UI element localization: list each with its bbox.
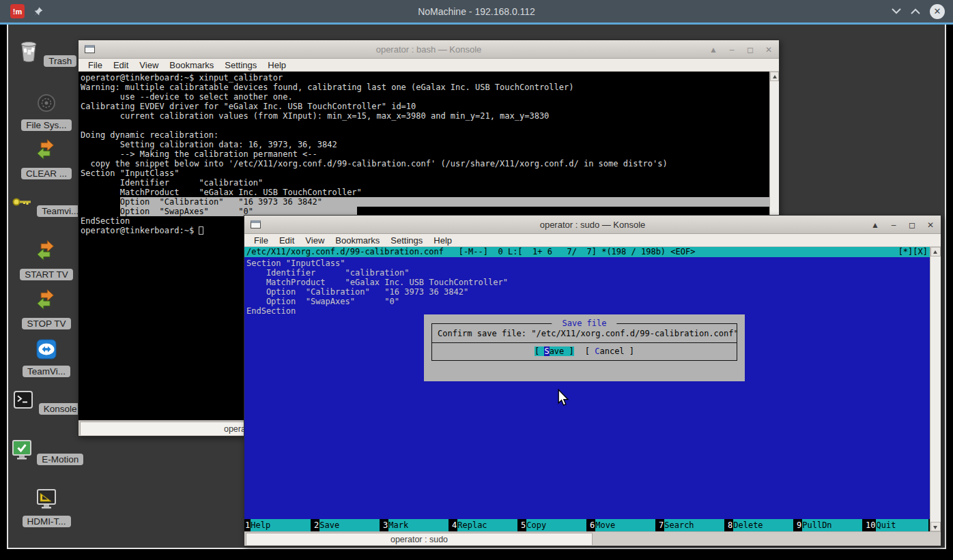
fkey-pulldn[interactable]: 9PullDn bbox=[796, 519, 862, 531]
function-key-bar: 1Help 2Save 3Mark 4Replac 5Copy 6Move 7S… bbox=[244, 519, 930, 531]
save-button[interactable]: [ Save ] bbox=[535, 347, 574, 356]
swap-arrows-icon bbox=[34, 139, 59, 164]
tab-operator-sudo[interactable]: operator : sudo bbox=[246, 533, 593, 545]
desktop-icon-label: Trash bbox=[44, 55, 76, 67]
chevron-up-icon[interactable] bbox=[911, 8, 920, 14]
keep-above-button[interactable]: ▲ bbox=[709, 45, 718, 55]
tabbar-sudo: operator : sudo bbox=[244, 531, 941, 545]
desktop-icon-filesystem[interactable]: File Sys... bbox=[9, 91, 84, 131]
desktop-icon-label: HDMI-T... bbox=[23, 516, 71, 527]
fkey-quit[interactable]: 10Quit bbox=[865, 519, 928, 531]
swap-arrows-icon bbox=[34, 289, 59, 314]
editor-line: Identifier "calibration" bbox=[244, 268, 930, 278]
chevron-down-icon[interactable] bbox=[892, 8, 901, 14]
close-button[interactable]: ✕ bbox=[764, 45, 773, 55]
key-icon bbox=[10, 190, 34, 214]
terminal-line: Doing dynamic recalibration: bbox=[81, 130, 769, 140]
terminal-cursor bbox=[199, 226, 203, 235]
fkey-save[interactable]: 2Save bbox=[313, 519, 380, 531]
menu-edit[interactable]: Edit bbox=[108, 60, 134, 70]
fkey-copy[interactable]: 5Copy bbox=[520, 519, 586, 531]
scroll-down-icon[interactable] bbox=[930, 522, 941, 531]
fkey-mark[interactable]: 3Mark bbox=[382, 519, 449, 531]
desktop-icon-trash[interactable]: Trash bbox=[9, 40, 84, 67]
menu-bookmarks[interactable]: Bookmarks bbox=[330, 235, 385, 246]
close-button[interactable]: ✕ bbox=[926, 220, 935, 230]
menu-help[interactable]: Help bbox=[428, 235, 457, 246]
menu-view[interactable]: View bbox=[134, 60, 164, 70]
nomachine-title: NoMachine - 192.168.0.112 bbox=[0, 6, 953, 17]
titlebar-sudo[interactable]: operator : sudo — Konsole ▲ – ◻ ✕ bbox=[244, 216, 941, 234]
teamviewer-icon bbox=[34, 337, 59, 362]
maximize-button[interactable]: ◻ bbox=[907, 220, 917, 230]
terminal-line: use --device to select another one. bbox=[81, 92, 769, 102]
konsole-icon bbox=[11, 387, 35, 412]
menubar-bash: File Edit View Bookmarks Settings Help bbox=[79, 59, 779, 72]
cancel-button[interactable]: [ Cancel ] bbox=[585, 347, 634, 356]
menu-settings[interactable]: Settings bbox=[385, 235, 428, 246]
close-session-icon[interactable]: ✕ bbox=[930, 4, 945, 19]
terminal-line-selected: Option "Calibration" "16 3973 36 3842" bbox=[81, 197, 769, 207]
desktop-icon-emotion[interactable]: E-Motion bbox=[9, 438, 84, 465]
desktop-icon-label: E-Motion bbox=[37, 454, 83, 465]
desktop-icon-konsole[interactable]: Konsole bbox=[9, 387, 84, 415]
terminal-line: --> Making the calibration permanent <-- bbox=[81, 149, 769, 159]
menubar-sudo: File Edit View Bookmarks Settings Help bbox=[244, 234, 941, 247]
save-file-dialog: Save file Confirm save file: "/etc/X11/x… bbox=[424, 314, 745, 381]
desktop-icon-teamviewer[interactable]: TeamVi... bbox=[9, 337, 84, 377]
fkey-move[interactable]: 6Move bbox=[589, 519, 655, 531]
editor-text-area[interactable]: Section "InputClass" Identifier "calibra… bbox=[244, 257, 930, 519]
editor-status-bar: /etc/X11/xorg.conf.d/99-calibration.conf… bbox=[244, 247, 930, 257]
desktop-icon-clear[interactable]: CLEAR ... bbox=[9, 139, 84, 179]
maximize-button[interactable]: ◻ bbox=[745, 45, 755, 55]
scrollbar-sudo[interactable] bbox=[930, 247, 941, 531]
terminal-line: Setting calibration data: 16, 3973, 36, … bbox=[81, 140, 769, 149]
menu-file[interactable]: File bbox=[248, 235, 274, 246]
menu-settings[interactable]: Settings bbox=[219, 60, 262, 70]
menu-edit[interactable]: Edit bbox=[274, 235, 300, 246]
menu-bookmarks[interactable]: Bookmarks bbox=[164, 60, 219, 70]
terminal-line: current calibration values (from XInput)… bbox=[81, 111, 769, 121]
minimize-button[interactable]: – bbox=[727, 45, 737, 55]
desktop: Trash File Sys... CLEAR ... Teamvi... ST… bbox=[7, 25, 946, 549]
menu-help[interactable]: Help bbox=[262, 60, 291, 70]
mcedit-editor[interactable]: /etc/X11/xorg.conf.d/99-calibration.conf… bbox=[244, 247, 930, 531]
keep-above-button[interactable]: ▲ bbox=[870, 220, 880, 230]
fkey-replace[interactable]: 4Replac bbox=[451, 519, 517, 531]
desktop-icon-stop-tv[interactable]: STOP TV bbox=[9, 289, 84, 329]
terminal-line: Section "InputClass" bbox=[81, 168, 769, 178]
terminal-line: Warning: multiple calibratable devices f… bbox=[81, 83, 769, 92]
editor-line: Option "Calibration" "16 3973 36 3842" bbox=[244, 287, 930, 297]
editor-file-status: /etc/X11/xorg.conf.d/99-calibration.conf… bbox=[246, 247, 695, 257]
nomachine-titlebar: !m NoMachine - 192.168.0.112 ✕ bbox=[0, 0, 953, 23]
fkey-help[interactable]: 1Help bbox=[244, 519, 311, 531]
monitor-check-icon bbox=[10, 438, 34, 462]
desktop-icon-hdmi[interactable]: HDMI-T... bbox=[9, 487, 84, 527]
window-operator-sudo: operator : sudo — Konsole ▲ – ◻ ✕ File E… bbox=[244, 215, 941, 546]
fkey-delete[interactable]: 8Delete bbox=[727, 519, 793, 531]
editor-line: MatchProduct "eGalax Inc. USB TouchContr… bbox=[244, 278, 930, 287]
menu-file[interactable]: File bbox=[83, 60, 108, 70]
selected-text: Option "Calibration" "16 3973 36 3842" bbox=[120, 197, 769, 207]
scroll-up-icon[interactable] bbox=[770, 72, 779, 81]
swap-arrows-icon bbox=[34, 240, 59, 265]
terminal-line: copy the snippet below into '/etc/X11/xo… bbox=[81, 159, 769, 168]
trash-icon bbox=[16, 40, 41, 64]
scroll-up-icon[interactable] bbox=[930, 247, 941, 256]
desktop-icon-start-tv[interactable]: START TV bbox=[9, 240, 84, 280]
window-title: operator : sudo — Konsole bbox=[244, 220, 941, 230]
window-title: operator : bash — Konsole bbox=[79, 44, 779, 55]
fkey-search[interactable]: 7Search bbox=[658, 519, 724, 531]
desktop-icon-label: Teamvi... bbox=[37, 205, 83, 217]
desktop-icon-label: Konsole bbox=[39, 403, 82, 415]
terminal-line: Calibrating EVDEV driver for "eGalax Inc… bbox=[81, 102, 769, 111]
menu-view[interactable]: View bbox=[300, 235, 330, 246]
titlebar-bash[interactable]: operator : bash — Konsole ▲ – ◻ ✕ bbox=[79, 40, 779, 59]
dialog-title: Save file bbox=[552, 319, 616, 328]
desktop-icon-label: CLEAR ... bbox=[21, 168, 72, 179]
editor-line: Option "SwapAxes" "0" bbox=[244, 297, 930, 306]
desktop-icon-teamviewer-key[interactable]: Teamvi... bbox=[9, 190, 84, 217]
terminal-line bbox=[81, 121, 769, 130]
minimize-button[interactable]: – bbox=[889, 220, 898, 230]
desktop-icon-label: START TV bbox=[20, 269, 73, 280]
